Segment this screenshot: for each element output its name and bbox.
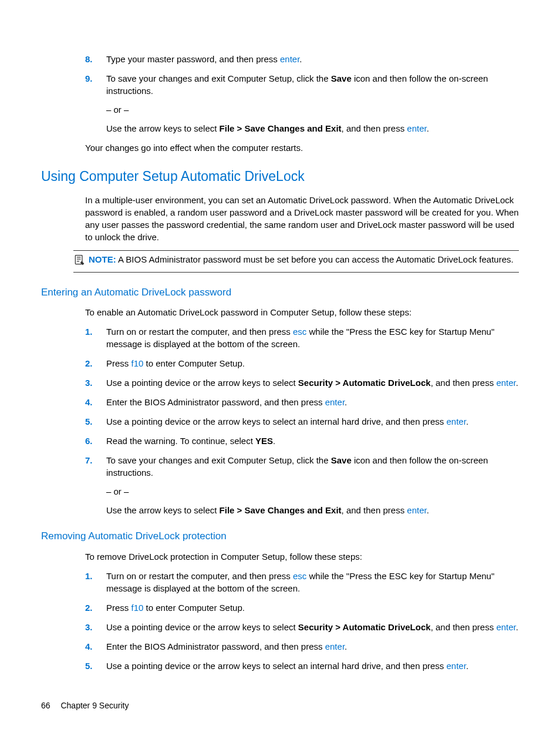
chapter-label: Chapter 9 Security — [60, 701, 129, 710]
list-item-body: Use a pointing device or the arrow keys … — [106, 660, 519, 672]
list-item-body: Turn on or restart the computer, and the… — [106, 325, 519, 350]
list-number: 5. — [85, 415, 93, 428]
list-number: 4. — [85, 640, 93, 653]
list-item: 1.Turn on or restart the computer, and t… — [85, 570, 519, 594]
list-item-subparagraph: – or – — [106, 103, 519, 116]
list-item-subparagraph: – or – — [106, 485, 519, 498]
list-item: 4.Enter the BIOS Administrator password,… — [85, 396, 519, 408]
list-number: 2. — [85, 601, 93, 614]
ordered-list-3: 1.Turn on or restart the computer, and t… — [85, 570, 519, 672]
list-item-body: Type your master password, and then pres… — [106, 53, 519, 65]
list-item: 1.Turn on or restart the computer, and t… — [85, 325, 519, 350]
paragraph-after-list1: Your changes go into effect when the com… — [85, 142, 519, 154]
list-item: 5.Use a pointing device or the arrow key… — [85, 660, 519, 672]
list-item-body: To save your changes and exit Computer S… — [106, 72, 519, 135]
list-number: 1. — [85, 325, 93, 338]
list-number: 2. — [85, 357, 93, 369]
list-item: 4.Enter the BIOS Administrator password,… — [85, 640, 519, 653]
list-number: 9. — [85, 72, 93, 85]
list-item-subparagraph: Use the arrow keys to select File > Save… — [106, 122, 519, 135]
note-callout: NOTE: A BIOS Administrator password must… — [73, 250, 519, 272]
list-item-body: Press f10 to enter Computer Setup. — [106, 357, 519, 369]
heading-removing-automatic-drivelock: Removing Automatic DriveLock protection — [41, 529, 519, 543]
list-number: 3. — [85, 621, 93, 633]
list-item: 2.Press f10 to enter Computer Setup. — [85, 601, 519, 614]
note-text: A BIOS Administrator password must be se… — [118, 254, 514, 264]
list-item: 3.Use a pointing device or the arrow key… — [85, 621, 519, 633]
page-content: 8.Type your master password, and then pr… — [41, 53, 519, 672]
list-item-subparagraph: Use the arrow keys to select File > Save… — [106, 504, 519, 516]
list-number: 8. — [85, 53, 93, 65]
list-item: 7.To save your changes and exit Computer… — [85, 454, 519, 516]
list-item: 2.Press f10 to enter Computer Setup. — [85, 357, 519, 369]
paragraph-intro-automatic-drivelock: In a multiple-user environment, you can … — [85, 194, 519, 243]
list-item-body: To save your changes and exit Computer S… — [106, 454, 519, 516]
ordered-list-1: 8.Type your master password, and then pr… — [85, 53, 519, 135]
list-item-body: Enter the BIOS Administrator password, a… — [106, 640, 519, 653]
page-number: 66 — [41, 701, 50, 710]
note-body: NOTE: A BIOS Administrator password must… — [89, 253, 519, 266]
ordered-list-2: 1.Turn on or restart the computer, and t… — [85, 325, 519, 516]
note-icon — [73, 254, 85, 269]
paragraph-removing-intro: To remove DriveLock protection in Comput… — [85, 550, 519, 563]
list-item-body: Enter the BIOS Administrator password, a… — [106, 396, 519, 408]
list-item: 3.Use a pointing device or the arrow key… — [85, 377, 519, 389]
list-item-body: Use a pointing device or the arrow keys … — [106, 377, 519, 389]
list-item: 6.Read the warning. To continue, select … — [85, 435, 519, 447]
heading-entering-automatic-drivelock: Entering an Automatic DriveLock password — [41, 285, 519, 300]
list-item-body: Read the warning. To continue, select YE… — [106, 435, 519, 447]
list-number: 7. — [85, 454, 93, 466]
list-item-body: Press f10 to enter Computer Setup. — [106, 601, 519, 614]
list-item-body: Use a pointing device or the arrow keys … — [106, 621, 519, 633]
paragraph-entering-intro: To enable an Automatic DriveLock passwor… — [85, 306, 519, 318]
list-number: 3. — [85, 377, 93, 389]
list-number: 4. — [85, 396, 93, 408]
list-item-body: Turn on or restart the computer, and the… — [106, 570, 519, 594]
list-item: 9.To save your changes and exit Computer… — [85, 72, 519, 135]
list-number: 1. — [85, 570, 93, 582]
list-item-body: Use a pointing device or the arrow keys … — [106, 415, 519, 428]
list-number: 5. — [85, 660, 93, 672]
list-item: 8.Type your master password, and then pr… — [85, 53, 519, 65]
list-number: 6. — [85, 435, 93, 447]
note-label: NOTE: — [89, 254, 116, 264]
heading-using-automatic-drivelock: Using Computer Setup Automatic DriveLock — [41, 167, 519, 186]
page-footer: 66 Chapter 9 Security — [41, 700, 129, 712]
list-item: 5.Use a pointing device or the arrow key… — [85, 415, 519, 428]
